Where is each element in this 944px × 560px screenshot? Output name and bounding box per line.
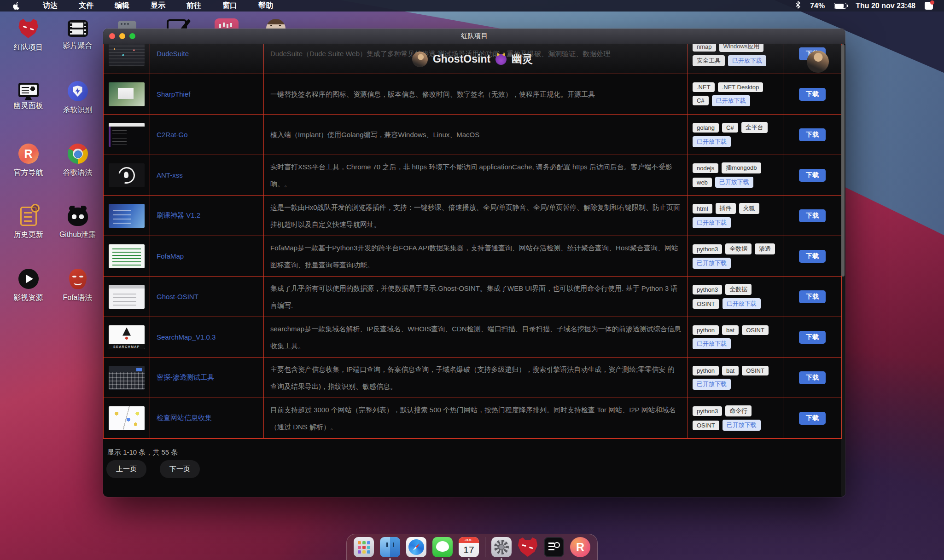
tag-badge[interactable]: web bbox=[693, 178, 712, 187]
download-button[interactable]: 下载 bbox=[799, 290, 826, 303]
open-download-badge[interactable]: 已开放下载 bbox=[723, 298, 761, 309]
open-download-badge[interactable]: 已开放下载 bbox=[723, 420, 761, 431]
tag-badge[interactable]: python3 bbox=[693, 285, 722, 294]
desktop-icon-history[interactable]: 历史更新 bbox=[4, 206, 53, 269]
tag-badge[interactable]: 全数据 bbox=[725, 243, 752, 254]
menu-item[interactable]: 前往 bbox=[186, 1, 201, 11]
tag-badge[interactable]: 全数据 bbox=[725, 284, 752, 295]
menu-item[interactable]: 编辑 bbox=[115, 1, 129, 11]
tool-thumbnail[interactable] bbox=[109, 366, 145, 390]
tag-badge[interactable]: bat bbox=[722, 325, 739, 335]
menu-item[interactable]: 访达 bbox=[43, 1, 58, 11]
scrollbar[interactable] bbox=[841, 44, 845, 496]
dock-safari[interactable] bbox=[406, 537, 426, 560]
download-button[interactable]: 下载 bbox=[799, 371, 826, 384]
open-download-badge[interactable]: 已开放下载 bbox=[693, 379, 731, 390]
notification-icon[interactable] bbox=[925, 2, 933, 10]
tag-badge[interactable]: 火狐 bbox=[739, 203, 759, 214]
tag-badge[interactable]: OSINT bbox=[742, 366, 769, 375]
tag-badge[interactable]: OSINT bbox=[693, 421, 719, 430]
desktop-icon-shield[interactable]: 杀软识别 bbox=[53, 81, 102, 144]
tag-badge[interactable]: python bbox=[693, 366, 719, 375]
tag-badge[interactable]: 全平台 bbox=[741, 122, 768, 133]
menu-item[interactable]: 文件 bbox=[79, 1, 93, 11]
dock-ghost-panel[interactable] bbox=[544, 537, 564, 560]
open-download-badge[interactable]: 已开放下载 bbox=[693, 258, 731, 269]
tag-badge[interactable]: C# bbox=[722, 123, 738, 133]
tool-thumbnail[interactable] bbox=[109, 406, 145, 430]
tool-name-link[interactable]: ANT-xss bbox=[157, 171, 183, 179]
user-avatar[interactable] bbox=[412, 52, 428, 67]
tag-badge[interactable]: OSINT bbox=[742, 325, 769, 335]
scrollbar-thumb[interactable] bbox=[841, 44, 845, 277]
tag-badge[interactable]: nodejs bbox=[693, 163, 718, 173]
download-button[interactable]: 下载 bbox=[799, 250, 826, 263]
tool-thumbnail[interactable] bbox=[109, 204, 145, 228]
desktop-icon-film[interactable]: 影片聚合 bbox=[53, 18, 102, 81]
dock-r-logo[interactable] bbox=[570, 537, 590, 560]
tool-thumbnail[interactable] bbox=[109, 82, 145, 106]
tag-badge[interactable]: python bbox=[693, 325, 719, 335]
tool-thumbnail[interactable] bbox=[109, 123, 145, 147]
tool-name-link[interactable]: 检查网站信息收集 bbox=[157, 414, 212, 422]
tag-badge[interactable]: golang bbox=[693, 123, 719, 133]
window-titlebar[interactable]: 红队项目 bbox=[103, 29, 845, 44]
dock-launchpad[interactable] bbox=[354, 537, 374, 560]
tool-name-link[interactable]: C2Rat-Go bbox=[157, 131, 188, 139]
battery-icon[interactable] bbox=[834, 3, 846, 9]
open-download-badge[interactable]: 已开放下载 bbox=[712, 95, 750, 106]
menu-item[interactable]: 窗口 bbox=[222, 1, 237, 11]
desktop-icon-dashboard[interactable]: 幽灵面板 bbox=[4, 81, 53, 144]
tag-badge[interactable]: C# bbox=[693, 96, 709, 105]
dock-messages[interactable] bbox=[432, 537, 453, 560]
tool-thumbnail[interactable] bbox=[109, 285, 145, 309]
download-button[interactable]: 下载 bbox=[799, 331, 826, 344]
dock-settings[interactable] bbox=[491, 537, 512, 560]
tag-badge[interactable]: 渗透 bbox=[755, 243, 775, 254]
prev-page-button[interactable]: 上一页 bbox=[106, 460, 146, 478]
tag-badge[interactable]: 插mongodb bbox=[722, 162, 761, 173]
bluetooth-icon[interactable] bbox=[795, 1, 801, 11]
dock-redteam-bear[interactable] bbox=[518, 537, 538, 560]
tool-name-link[interactable]: Ghost-OSINT bbox=[157, 293, 198, 300]
open-download-badge[interactable]: 已开放下载 bbox=[715, 177, 753, 188]
open-download-badge[interactable]: 已开放下载 bbox=[693, 136, 731, 147]
desktop-icon-chrome[interactable]: 谷歌语法 bbox=[53, 144, 102, 206]
tool-name-link[interactable]: FofaMap bbox=[157, 252, 184, 260]
tag-badge[interactable]: .NET Desktop bbox=[718, 82, 763, 92]
desktop-icon-github[interactable]: Github泄露 bbox=[53, 206, 102, 269]
tag-badge[interactable]: python3 bbox=[693, 406, 722, 416]
tool-name-link[interactable]: 刷课神器 V1.2 bbox=[157, 211, 200, 220]
tag-badge[interactable]: .NET bbox=[693, 82, 715, 92]
desktop-icon-rnav[interactable]: 官方导航 bbox=[4, 144, 53, 206]
tag-badge[interactable]: bat bbox=[722, 366, 739, 375]
dock-calendar[interactable]: JUL17 bbox=[459, 537, 479, 560]
download-button[interactable]: 下载 bbox=[799, 88, 826, 101]
tool-name-link[interactable]: 密探-渗透测试工具 bbox=[157, 373, 214, 382]
tag-badge[interactable]: 插件 bbox=[716, 203, 736, 214]
tag-badge[interactable]: 命令行 bbox=[725, 405, 752, 416]
dock-finder[interactable] bbox=[380, 537, 400, 560]
menu-item[interactable]: 显示 bbox=[151, 1, 165, 11]
tag-badge[interactable]: python3 bbox=[693, 244, 722, 254]
download-button[interactable]: 下载 bbox=[799, 128, 826, 141]
tool-name-link[interactable]: SearchMap_V1.0.3 bbox=[157, 333, 216, 341]
download-button[interactable]: 下载 bbox=[799, 169, 826, 182]
tag-badge[interactable]: html bbox=[693, 204, 712, 214]
next-page-button[interactable]: 下一页 bbox=[160, 460, 200, 478]
desktop-icon-bear[interactable]: 红队项目 bbox=[4, 18, 53, 81]
menu-item[interactable]: 帮助 bbox=[258, 1, 273, 11]
desktop-icon-play[interactable]: 影视资源 bbox=[4, 269, 53, 331]
tag-badge[interactable]: OSINT bbox=[693, 299, 719, 309]
desktop-icon-mask[interactable]: Fofa语法 bbox=[53, 269, 102, 331]
tool-thumbnail[interactable] bbox=[109, 163, 145, 187]
corner-avatar[interactable] bbox=[807, 51, 829, 73]
open-download-badge[interactable]: 已开放下载 bbox=[693, 338, 731, 349]
download-button[interactable]: 下载 bbox=[799, 209, 826, 222]
menu-clock[interactable]: Thu 20 nov 23:48 bbox=[856, 2, 915, 10]
apple-menu-icon[interactable] bbox=[13, 2, 20, 10]
tool-thumbnail[interactable]: SEARCHMAP bbox=[109, 325, 145, 349]
tool-thumbnail[interactable] bbox=[109, 244, 145, 268]
tool-name-link[interactable]: SharpThief bbox=[157, 90, 190, 98]
download-button[interactable]: 下载 bbox=[799, 412, 826, 425]
